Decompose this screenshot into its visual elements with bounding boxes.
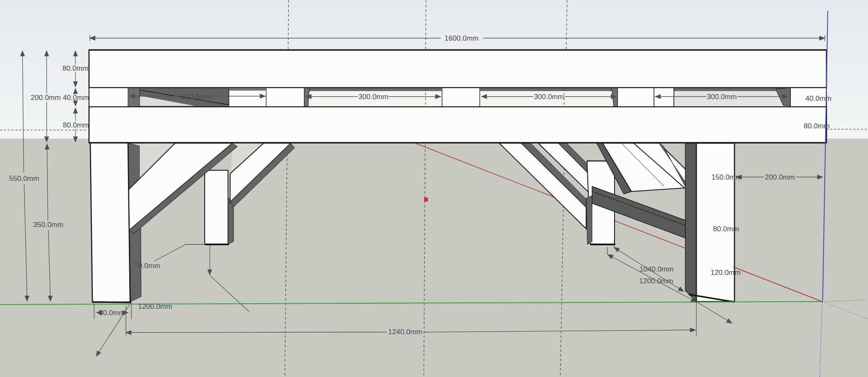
top-plank <box>89 50 826 88</box>
right-front-post-side <box>685 143 696 302</box>
slat-opening-2 <box>304 88 442 107</box>
right-front-post <box>696 143 734 302</box>
inference-point-marker <box>424 198 428 201</box>
model-drawing <box>0 0 868 377</box>
left-rear-post <box>205 170 228 244</box>
table-top <box>89 50 826 143</box>
slat-opening-1 <box>128 88 266 107</box>
modeling-viewport[interactable]: 1600.0mm80.0mm200.0mm40.0mm80.0mm550.0mm… <box>0 0 868 377</box>
right-rear-post-side <box>586 196 592 244</box>
slat-opening-4 <box>654 88 790 107</box>
slat-opening-3 <box>480 88 618 107</box>
left-front-post <box>90 143 130 302</box>
left-front-post-foot <box>92 302 131 302</box>
apron <box>89 107 826 143</box>
